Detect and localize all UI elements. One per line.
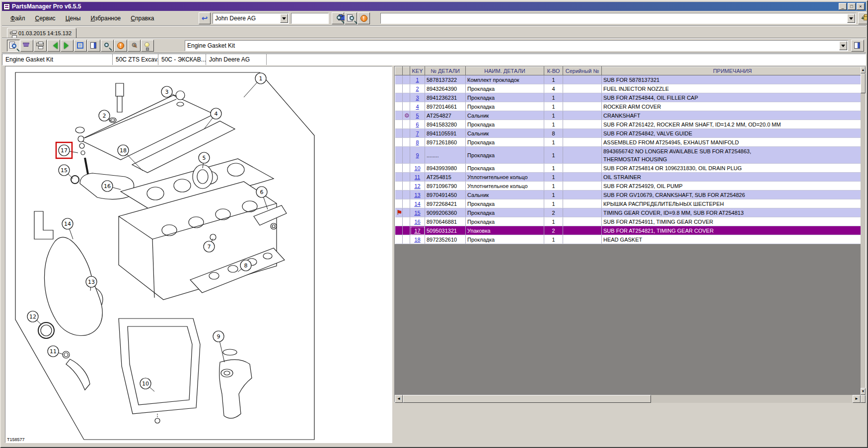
menu-item-2[interactable]: Сервис (31, 14, 60, 23)
serial-cell (563, 120, 602, 129)
key-link[interactable]: 5 (416, 113, 419, 119)
table-row-4[interactable]: 48972014661Прокладка1ROCKER ARM COVER (395, 102, 864, 111)
key-link[interactable]: 13 (414, 192, 420, 198)
scroll-left-button[interactable]: ◄ (395, 395, 403, 403)
diagram-callout-2[interactable]: 2 (99, 110, 111, 121)
settings-button[interactable]: ⚙✎ (128, 40, 141, 52)
breadcrumb-segment-1[interactable]: Engine Gasket Kit (2, 54, 113, 65)
table-row-10[interactable]: 108943993980Прокладка1SUB FOR AT254814 O… (395, 164, 864, 173)
close-button[interactable]: × (857, 3, 865, 10)
supplier-select[interactable]: John Deere AG (213, 13, 289, 24)
cart-button[interactable] (20, 40, 33, 52)
nav-back-button[interactable] (47, 40, 60, 52)
table-row-11[interactable]: 11AT254815Уплотнительное кольцо1OIL STRA… (395, 173, 864, 182)
svg-text:16: 16 (104, 183, 111, 190)
back-button[interactable]: ↩ (199, 12, 211, 24)
session-tab[interactable]: 01.03.2015 14:15.132 (7, 28, 76, 39)
print-button[interactable] (34, 40, 47, 52)
table-row-14[interactable]: 148972268421Прокладка1КРЫШКА РАСПРЕДЕЛИТ… (395, 199, 864, 208)
folder-search-button[interactable] (332, 12, 344, 24)
table-row-13[interactable]: 138970491450Сальник1SUB FOR GV10679, CRA… (395, 191, 864, 199)
serial-cell (563, 84, 602, 93)
key-cell: 16 (410, 217, 425, 226)
menu-item-3[interactable]: Цены (61, 14, 85, 23)
key-link[interactable]: 10 (414, 165, 420, 171)
key-link[interactable]: 11 (415, 174, 420, 180)
diagram-callout-12[interactable]: 12 (27, 311, 41, 324)
key-link[interactable]: 16 (414, 219, 420, 225)
breadcrumb-segment-4[interactable]: John Deere AG (206, 54, 267, 65)
hint-button[interactable] (141, 40, 154, 52)
row-flag-cell (395, 235, 403, 244)
quantity-cell: 1 (544, 164, 563, 173)
table-row-6[interactable]: 68941583280Прокладка1SUB FOR AT261422, R… (395, 120, 864, 129)
chevron-down-icon[interactable] (847, 14, 855, 23)
key-link[interactable]: 1 (416, 77, 419, 83)
document-search-button[interactable] (345, 12, 357, 24)
diagram-callout-1[interactable]: 1 (244, 73, 266, 97)
table-row-8[interactable]: 88971261860Прокладка1ASSEMBLED FROM AT25… (395, 138, 864, 147)
serial-cell (563, 208, 602, 217)
model-select[interactable]: Engine Gasket Kit (185, 40, 848, 51)
quick-select[interactable] (380, 13, 856, 24)
menu-item-4[interactable]: Избранное (86, 14, 125, 23)
table-row-18[interactable]: 188972352610Прокладка1HEAD GASKET (395, 235, 864, 244)
menu-item-5[interactable]: Справка (126, 14, 158, 23)
key-link[interactable]: 12 (414, 183, 420, 189)
chevron-down-icon[interactable] (839, 41, 847, 50)
diagram-callout-15[interactable]: 15 (59, 165, 73, 179)
breadcrumb-segment-3[interactable]: 50C - ЭКСКАВ... (158, 54, 206, 65)
key-link[interactable]: 3 (416, 95, 419, 101)
key-link[interactable]: 9 (416, 152, 419, 158)
table-row-3[interactable]: 38941236231Прокладка1SUB FOR AT254844, O… (395, 93, 864, 102)
key-link[interactable]: 8 (416, 139, 419, 145)
report-button[interactable] (7, 40, 20, 52)
horizontal-scrollbar[interactable]: ◄ ► (395, 395, 861, 403)
diagram-callout-17[interactable]: 17 (56, 142, 78, 158)
minimize-button[interactable]: _ (839, 3, 847, 10)
table-row-17[interactable]: 175095031321Упаковка2SUB FOR AT254821, T… (395, 226, 864, 235)
chevron-down-icon[interactable] (280, 14, 288, 23)
table-row-9[interactable]: 9........Прокладка18943656742 NO LONGER … (395, 147, 864, 164)
vertical-scroll-thumb[interactable] (861, 73, 866, 93)
search-input[interactable] (291, 13, 329, 24)
table-row-1[interactable]: 15878137322Комплект прокладок1SUB FOR 58… (395, 75, 864, 84)
table-row-15[interactable]: ⚑159099206360Прокладка2TIMING GEAR COVER… (395, 208, 864, 217)
maximize-button[interactable]: □ (848, 3, 856, 10)
horizontal-scroll-track[interactable] (651, 395, 853, 403)
part-name-cell: Прокладка (466, 199, 544, 208)
table-row-16[interactable]: 168970646881Прокладка1SUB FOR AT254911, … (395, 217, 864, 226)
key-link[interactable]: 17 (414, 228, 420, 234)
key-link[interactable]: 4 (416, 104, 419, 110)
diagram-callout-9[interactable]: 9 (213, 331, 224, 362)
scroll-right-button[interactable]: ► (853, 395, 861, 403)
key-link[interactable]: 6 (416, 122, 419, 128)
main-area: 123456789101112131415161718 T158577 KEY№… (2, 65, 866, 441)
diagram-callout-14[interactable]: 14 (62, 218, 73, 239)
fit-screen-button[interactable] (74, 40, 87, 52)
key-link[interactable]: 2 (416, 86, 419, 92)
zoom-button[interactable] (101, 40, 114, 52)
detail-view-button[interactable] (851, 40, 864, 52)
warning-button[interactable]: ! (114, 40, 127, 52)
table-row-2[interactable]: 28943264390Прокладка4FUEL INJECTOR NOZZL… (395, 84, 864, 93)
figure-code: T158577 (7, 437, 25, 442)
table-row-5[interactable]: ⚙5AT254827Сальник1CRANKSHAFT (395, 111, 864, 120)
scroll-down-button[interactable]: ▼ (861, 388, 866, 395)
key-link[interactable]: 14 (414, 201, 420, 207)
menu-item-1[interactable]: Файл (6, 14, 30, 23)
diagram-callout-11[interactable]: 11 (48, 346, 63, 357)
panel-button[interactable] (87, 40, 100, 52)
alert-button[interactable]: ! (358, 12, 370, 24)
key-link[interactable]: 15 (414, 210, 420, 216)
horizontal-scroll-thumb[interactable] (403, 395, 651, 403)
table-row-12[interactable]: 128971096790Уплотнительное кольцо1SUB FO… (395, 182, 864, 191)
key-link[interactable]: 7 (416, 130, 419, 136)
breadcrumb-segment-2[interactable]: 50C ZTS Excav... (113, 54, 158, 65)
vertical-scrollbar[interactable]: ▲ ▼ (861, 66, 866, 395)
nav-forward-button[interactable] (61, 40, 73, 52)
table-row-7[interactable]: 78941105591Сальник8SUB FOR AT254842, VAL… (395, 129, 864, 138)
add-folder-button[interactable]: + (858, 12, 868, 24)
key-link[interactable]: 18 (414, 237, 420, 243)
scroll-up-button[interactable]: ▲ (861, 66, 866, 73)
